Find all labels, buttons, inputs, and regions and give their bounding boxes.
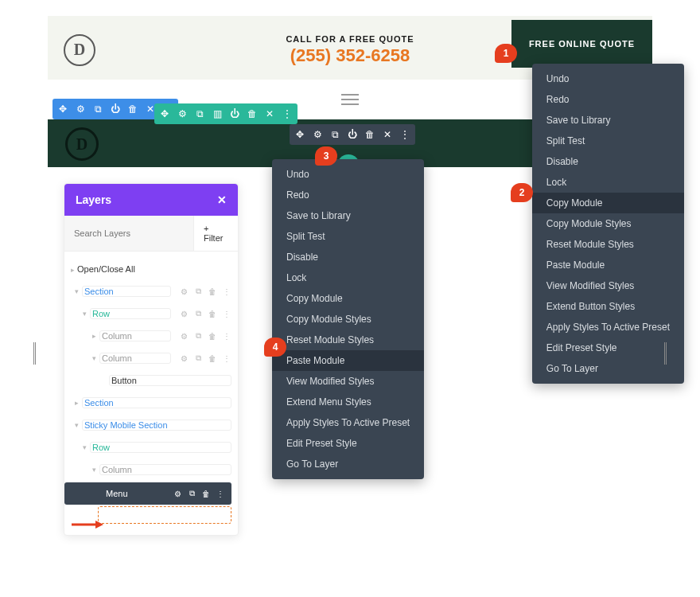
module-toolbar-gray[interactable]: ✥ ⚙ ⧉ ⏻ 🗑 ✕ ⋮ [290, 124, 415, 145]
ctx-item-save-library[interactable]: Save to Library [532, 110, 684, 131]
more-icon[interactable]: ⋮ [220, 307, 233, 320]
chevron-down-icon[interactable]: ▾ [71, 421, 82, 429]
layer-column[interactable]: ▾ Column [64, 458, 238, 481]
layer-module-menu[interactable]: Menu ⚙⧉🗑⋮ [64, 482, 231, 505]
gear-icon[interactable]: ⚙ [171, 487, 184, 500]
ctx-item-extend-button-styles[interactable]: Extend Button Styles [532, 296, 684, 317]
trash-icon[interactable]: 🗑 [361, 124, 379, 145]
ctx-item-view-modified-styles[interactable]: View Modified Styles [272, 371, 424, 392]
duplicate-icon[interactable]: ⧉ [185, 487, 198, 500]
ctx-item-undo[interactable]: Undo [532, 68, 684, 89]
ctx-item-split-test[interactable]: Split Test [272, 226, 424, 247]
ctx-item-lock[interactable]: Lock [272, 267, 424, 288]
close-icon[interactable]: ✕ [261, 103, 278, 124]
power-icon[interactable]: ⏻ [226, 103, 243, 124]
duplicate-icon[interactable]: ⧉ [89, 99, 107, 119]
ctx-item-paste-module[interactable]: Paste Module [532, 255, 684, 275]
duplicate-icon[interactable]: ⧉ [192, 330, 204, 342]
gear-icon[interactable]: ⚙ [177, 285, 190, 298]
trash-icon[interactable]: 🗑 [206, 285, 219, 298]
row-toolbar-teal[interactable]: ✥ ⚙ ⧉ ▥ ⏻ 🗑 ✕ ⋮ [154, 103, 298, 124]
gear-icon[interactable]: ⚙ [72, 99, 89, 119]
ctx-item-disable[interactable]: Disable [272, 247, 424, 267]
margin-mark-right [664, 342, 667, 365]
gear-icon[interactable]: ⚙ [309, 124, 326, 145]
more-icon[interactable]: ⋮ [220, 330, 233, 342]
ctx-item-go-to-layer[interactable]: Go To Layer [272, 454, 424, 474]
trash-icon[interactable]: 🗑 [206, 330, 219, 342]
layer-row[interactable]: ▾ Row ⚙⧉🗑⋮ [64, 302, 238, 325]
ctx-item-apply-preset[interactable]: Apply Styles To Active Preset [272, 412, 424, 433]
drop-zone[interactable] [98, 506, 231, 524]
trash-icon[interactable]: 🗑 [206, 352, 219, 365]
open-close-all[interactable]: ▸ Open/Close All [64, 258, 238, 280]
gear-icon[interactable]: ⚙ [177, 330, 190, 342]
more-icon[interactable]: ⋮ [220, 285, 233, 298]
more-icon[interactable]: ⋮ [396, 124, 414, 145]
gear-icon[interactable]: ⚙ [177, 307, 190, 320]
ctx-item-save-library[interactable]: Save to Library [272, 205, 424, 226]
move-icon[interactable]: ✥ [291, 124, 309, 145]
ctx-item-redo[interactable]: Redo [272, 185, 424, 205]
chevron-right-icon[interactable]: ▸ [71, 399, 82, 407]
ctx-item-copy-module-styles[interactable]: Copy Module Styles [272, 309, 424, 330]
ctx-item-paste-module[interactable]: Paste Module [272, 350, 424, 371]
logo: D [64, 34, 95, 66]
ctx-item-view-modified-styles[interactable]: View Modified Styles [532, 275, 684, 296]
ctx-item-copy-module[interactable]: Copy Module [272, 288, 424, 309]
chevron-down-icon[interactable]: ▾ [79, 310, 90, 318]
search-input[interactable] [64, 216, 193, 251]
ctx-item-copy-module-styles[interactable]: Copy Module Styles [532, 213, 684, 234]
power-icon[interactable]: ⏻ [107, 99, 124, 119]
ctx-item-edit-preset[interactable]: Edit Preset Style [532, 338, 684, 358]
chevron-down-icon[interactable]: ▾ [71, 287, 82, 295]
filter-button[interactable]: + Filter [193, 216, 238, 251]
duplicate-icon[interactable]: ⧉ [191, 103, 208, 124]
trash-icon[interactable]: 🗑 [206, 307, 219, 320]
move-icon[interactable]: ✥ [54, 99, 72, 119]
chevron-down-icon[interactable]: ▾ [79, 443, 90, 451]
ctx-item-reset-module-styles[interactable]: Reset Module Styles [532, 234, 684, 255]
gear-icon[interactable]: ⚙ [173, 103, 191, 124]
gear-icon[interactable]: ⚙ [177, 352, 190, 365]
close-icon[interactable]: ✕ [379, 124, 396, 145]
layer-column[interactable]: ▸ Column ⚙⧉🗑⋮ [64, 325, 238, 347]
chevron-down-icon[interactable]: ▾ [88, 354, 99, 362]
chevron-right-icon[interactable]: ▸ [88, 332, 99, 340]
more-icon[interactable]: ⋮ [220, 352, 233, 365]
chevron-down-icon[interactable]: ▾ [88, 466, 99, 474]
layer-row[interactable]: ▾ Row [64, 436, 238, 458]
duplicate-icon[interactable]: ⧉ [192, 352, 204, 365]
ctx-item-disable[interactable]: Disable [532, 151, 684, 172]
ctx-item-redo[interactable]: Redo [532, 89, 684, 110]
duplicate-icon[interactable]: ⧉ [192, 285, 204, 298]
trash-icon[interactable]: 🗑 [124, 99, 142, 119]
duplicate-icon[interactable]: ⧉ [326, 124, 344, 145]
ctx-item-copy-module[interactable]: Copy Module [532, 193, 684, 213]
trash-icon[interactable]: 🗑 [200, 487, 212, 500]
ctx-item-go-to-layer[interactable]: Go To Layer [532, 358, 684, 379]
ctx-item-undo[interactable]: Undo [272, 164, 424, 185]
ctx-item-apply-preset[interactable]: Apply Styles To Active Preset [532, 317, 684, 338]
more-icon[interactable]: ⋮ [278, 103, 296, 124]
layer-module-button[interactable]: Button [64, 369, 238, 392]
ctx-item-extend-menu-styles[interactable]: Extend Menu Styles [272, 392, 424, 412]
close-icon[interactable]: ✕ [217, 193, 227, 206]
layer-section[interactable]: ▸ Section [64, 392, 238, 414]
layer-sticky-section[interactable]: ▾ Sticky Mobile Section [64, 414, 238, 436]
layer-section[interactable]: ▾ Section ⚙⧉🗑⋮ [64, 280, 238, 302]
ctx-item-reset-module-styles[interactable]: Reset Module Styles [272, 330, 424, 350]
columns-icon[interactable]: ▥ [208, 103, 226, 124]
ctx-item-split-test[interactable]: Split Test [532, 131, 684, 151]
layers-title: Layers [76, 193, 111, 206]
more-icon[interactable]: ⋮ [214, 487, 227, 500]
duplicate-icon[interactable]: ⧉ [192, 307, 204, 320]
ctx-item-edit-preset[interactable]: Edit Preset Style [272, 433, 424, 454]
hamburger-icon[interactable] [341, 94, 359, 105]
trash-icon[interactable]: 🗑 [243, 103, 261, 124]
ctx-item-lock[interactable]: Lock [532, 172, 684, 193]
layer-column[interactable]: ▾ Column ⚙⧉🗑⋮ [64, 347, 238, 369]
power-icon[interactable]: ⏻ [344, 124, 361, 145]
free-quote-button[interactable]: FREE ONLINE QUOTE [511, 20, 652, 68]
move-icon[interactable]: ✥ [156, 103, 173, 124]
